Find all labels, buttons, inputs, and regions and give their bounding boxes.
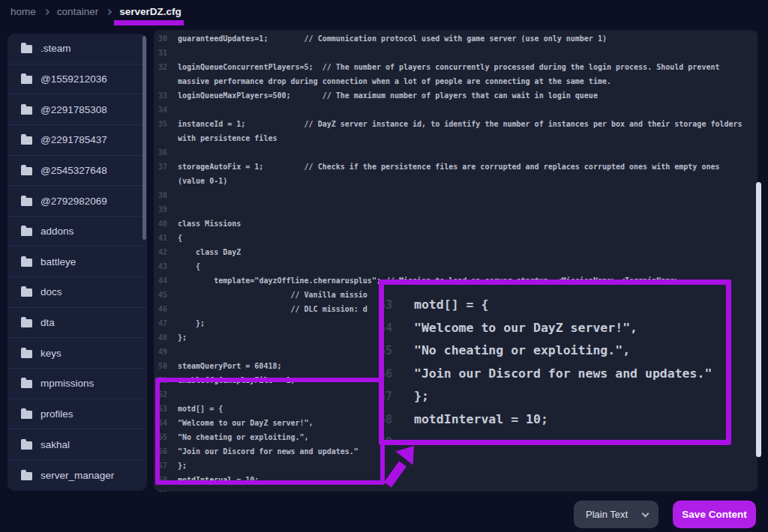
callout-line-number: 56 <box>384 363 396 386</box>
line-number: 33 <box>158 88 178 103</box>
folder-label: docs <box>40 286 62 297</box>
sidebar-folder-item[interactable]: keys <box>8 338 147 369</box>
folder-icon <box>21 198 32 206</box>
sidebar-folder-item[interactable]: mpmissions <box>8 369 147 399</box>
editor-scrollbar-thumb[interactable] <box>756 182 761 457</box>
folder-icon <box>21 472 32 480</box>
callout-code-text: motd[] = { <box>396 294 726 317</box>
sidebar-folder-item[interactable]: sakhal <box>8 429 147 460</box>
line-number: 39 <box>158 202 178 217</box>
motd-zoom-callout: 53 motd[] = { 54 "Welcome to our DayZ se… <box>379 279 731 445</box>
language-select[interactable]: Plain Text <box>574 501 658 528</box>
active-crumb-underline <box>114 20 184 25</box>
code-text: loginQueueConcurrentPlayers=5; // The nu… <box>178 60 742 88</box>
sidebar-folder-item[interactable]: addons <box>8 217 147 247</box>
line-number: 32 <box>158 60 178 74</box>
folder-label: @2291785308 <box>40 104 107 115</box>
folder-icon <box>21 106 32 115</box>
callout-code-line: 56 "Join our Discord for news and update… <box>384 363 726 386</box>
motd-highlight-box <box>155 378 385 485</box>
folder-icon <box>21 319 32 327</box>
callout-line-number: 54 <box>384 317 396 340</box>
code-line: 36 <box>158 145 742 160</box>
code-line: 38 <box>158 188 742 202</box>
code-line: 40 class Missions <box>158 217 742 231</box>
code-text: loginQueueMaxPlayers=500; // The maximum… <box>178 88 742 103</box>
callout-code-line: 59 <box>384 431 726 445</box>
code-text: class DayZ <box>178 245 742 259</box>
sidebar-folder-item[interactable]: docs <box>8 277 147 308</box>
folder-label: profiles <box>40 408 74 420</box>
code-text: guaranteedUpdates=1; // Communication pr… <box>178 31 742 46</box>
sidebar-folder-item[interactable]: battleye <box>8 247 147 277</box>
sidebar-folder-item[interactable]: @2545327648 <box>8 156 147 187</box>
folder-label: @1559212036 <box>40 73 107 85</box>
folder-icon <box>21 76 32 84</box>
sidebar-folder-item[interactable]: server_manager <box>8 460 147 491</box>
line-number: 37 <box>158 160 178 174</box>
code-line: 37 storageAutoFix = 1; // Checks if the … <box>158 160 742 188</box>
sidebar-folder-item[interactable]: .steam <box>8 34 147 64</box>
callout-code-text: "Join our Discord for news and updates." <box>396 363 726 386</box>
breadcrumb: home container serverDZ.cfg <box>10 6 182 17</box>
folder-icon <box>21 288 32 297</box>
folder-icon <box>21 441 32 450</box>
folder-label: addons <box>40 226 74 237</box>
line-number: 46 <box>158 302 178 316</box>
line-number: 49 <box>158 345 178 359</box>
line-number: 44 <box>158 273 178 288</box>
line-number: 47 <box>158 316 178 330</box>
breadcrumb-current-file[interactable]: serverDZ.cfg <box>119 6 182 17</box>
code-line: 34 <box>158 103 742 117</box>
folder-icon <box>21 259 32 267</box>
folder-icon <box>21 136 32 145</box>
code-line: 35 instanceId = 1; // DayZ server instan… <box>158 117 742 145</box>
callout-code-text: "Welcome to our DayZ server!", <box>396 317 726 340</box>
folder-label: battleye <box>40 256 76 267</box>
chevron-down-icon <box>642 510 650 517</box>
folder-label: sakhal <box>40 439 70 450</box>
chevron-right-icon <box>44 9 50 15</box>
sidebar-folder-item[interactable]: @1559212036 <box>8 64 147 95</box>
sidebar-folder-item[interactable]: @2792982069 <box>8 186 147 217</box>
zoom-arrow-icon <box>380 441 420 492</box>
line-number: 43 <box>158 259 178 273</box>
line-number: 36 <box>158 145 178 160</box>
sidebar-folder-item[interactable]: dta <box>8 308 147 339</box>
breadcrumb-container[interactable]: container <box>57 6 99 17</box>
line-number: 45 <box>158 288 178 302</box>
folder-label: mpmissions <box>40 378 94 389</box>
line-number: 48 <box>158 330 178 345</box>
sidebar-scrollbar-thumb[interactable] <box>142 36 146 240</box>
callout-line-number: 55 <box>384 339 396 363</box>
folder-icon <box>21 411 32 419</box>
code-text: class Missions <box>178 217 742 231</box>
folder-icon <box>21 167 32 175</box>
breadcrumb-home[interactable]: home <box>10 6 36 17</box>
code-line: 42 class DayZ <box>158 245 742 259</box>
line-number: 30 <box>158 31 178 46</box>
language-select-value: Plain Text <box>586 509 628 520</box>
folder-label: dta <box>40 317 55 328</box>
code-line: 39 <box>158 202 742 217</box>
folder-icon <box>21 350 32 358</box>
folder-label: .steam <box>40 43 71 54</box>
save-content-button[interactable]: Save Content <box>673 501 756 528</box>
callout-code-text: motdInterval = 10; <box>396 408 726 432</box>
line-number: 59 <box>158 487 178 492</box>
callout-code-text: }; <box>396 385 726 408</box>
sidebar-folder-item[interactable]: @2291785437 <box>8 125 147 156</box>
folder-icon <box>21 45 32 53</box>
callout-line-number: 58 <box>384 408 396 432</box>
sidebar-folder-item[interactable]: profiles <box>8 399 147 430</box>
callout-line-number: 53 <box>384 294 396 317</box>
file-tree-sidebar: .steam @1559212036 @2291785308 @22917854… <box>8 34 147 491</box>
code-text: storageAutoFix = 1; // Checks if the per… <box>178 160 742 188</box>
folder-label: @2545327648 <box>40 165 107 176</box>
folder-label: server_manager <box>40 470 114 481</box>
current-file-label: serverDZ.cfg <box>119 6 182 17</box>
line-number: 42 <box>158 245 178 259</box>
sidebar-folder-item[interactable]: @2291785308 <box>8 94 147 125</box>
code-line: 59 <box>158 487 742 492</box>
callout-code-line: 55 "No cheating or exploiting.", <box>384 339 726 363</box>
